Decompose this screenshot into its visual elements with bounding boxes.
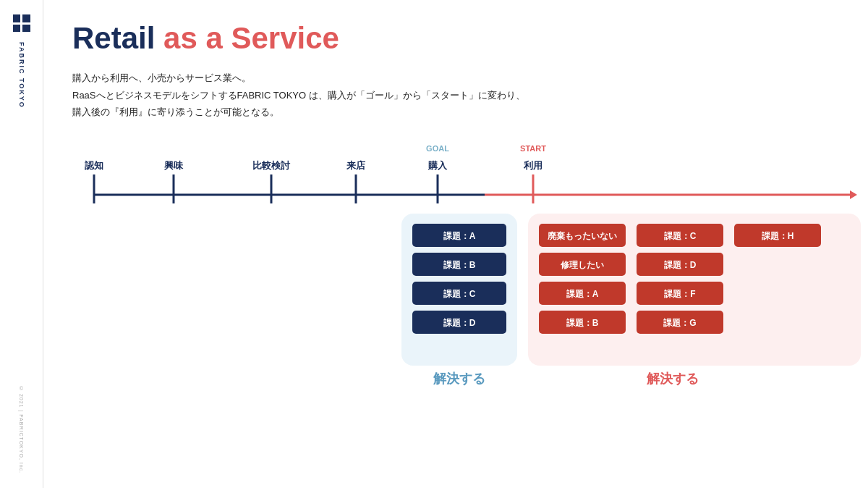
svg-text:課題：B: 課題：B: [566, 318, 599, 328]
stage-label-3: 比較検討: [252, 160, 291, 171]
start-label: START: [520, 144, 546, 153]
main-content: Retail as a Service 購入から利用へ、小売からサービス業へ。 …: [43, 0, 868, 488]
svg-text:課題：D: 課題：D: [443, 318, 476, 328]
title-as: as a Service: [163, 21, 339, 55]
blue-section-label: 解決する: [433, 371, 485, 386]
sidebar: FABRIC TOKYO © 2021 | FABRICTOKYO, Inc.: [0, 0, 43, 488]
svg-text:廃棄もったいない: 廃棄もったいない: [547, 231, 617, 241]
description-line1: 購入から利用へ、小売からサービス業へ。: [72, 72, 251, 83]
page-title: Retail as a Service: [72, 20, 839, 56]
stage-label-6: 利用: [523, 160, 542, 171]
stage-label-5: 購入: [427, 160, 448, 171]
logo-icon: [13, 14, 30, 32]
svg-text:課題：C: 課題：C: [443, 289, 476, 299]
svg-text:課題：A: 課題：A: [443, 231, 476, 241]
description: 購入から利用へ、小売からサービス業へ。 RaaSへとビジネスモデルをシフトするF…: [72, 70, 839, 120]
stage-label-2: 興味: [164, 160, 184, 171]
svg-text:課題：H: 課題：H: [762, 231, 794, 241]
svg-text:課題：D: 課題：D: [664, 260, 697, 270]
svg-text:課題：A: 課題：A: [566, 289, 599, 299]
red-section-label: 解決する: [646, 371, 699, 386]
description-line3: 購入後の『利用』に寄り添うことが可能となる。: [72, 106, 279, 117]
arrow-head: [850, 190, 857, 199]
copyright: © 2021 | FABRICTOKYO, Inc.: [19, 386, 24, 474]
timeline-svg: GOAL START 認知 興味 比較検討 来店 購入 利用: [72, 138, 868, 413]
stage-label-4: 来店: [346, 160, 366, 171]
logo-text: FABRIC TOKYO: [18, 42, 25, 109]
svg-text:課題：F: 課題：F: [664, 289, 695, 299]
description-line2: RaaSへとビジネスモデルをシフトするFABRIC TOKYO は、購入が「ゴー…: [72, 90, 525, 101]
svg-text:課題：G: 課題：G: [663, 318, 696, 328]
diagram: GOAL START 認知 興味 比較検討 来店 購入 利用: [72, 138, 839, 413]
goal-label: GOAL: [426, 144, 449, 153]
title-retail: Retail: [72, 21, 163, 55]
svg-text:課題：B: 課題：B: [443, 260, 476, 270]
svg-text:修理したい: 修理したい: [560, 260, 604, 270]
stage-label-1: 認知: [85, 160, 103, 171]
svg-text:課題：C: 課題：C: [664, 231, 697, 241]
